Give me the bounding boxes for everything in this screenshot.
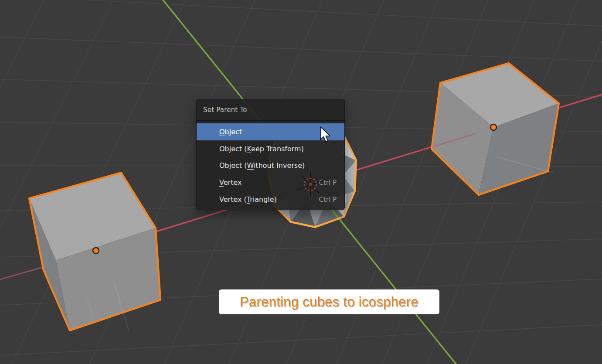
menu-item-label: Object (Without Inverse) — [219, 161, 305, 170]
menu-items: ObjectObject (Keep Transform)Object (Wit… — [197, 121, 344, 210]
caption-text: Parenting cubes to icosphere — [240, 294, 418, 310]
menu-item-label: Vertex (Triangle) — [219, 195, 277, 204]
menu-item-object-without-inverse[interactable]: Object (Without Inverse) — [197, 157, 344, 174]
menu-item-object-keep-transform[interactable]: Object (Keep Transform) — [197, 140, 344, 157]
origin-dot-left-cube — [93, 248, 99, 254]
blender-3d-viewport[interactable]: Set Parent To ObjectObject (Keep Transfo… — [0, 0, 602, 364]
menu-item-vertex-triangle[interactable]: Vertex (Triangle)Ctrl P — [197, 191, 344, 208]
menu-item-object[interactable]: Object — [197, 123, 344, 140]
menu-item-shortcut: Ctrl P — [319, 179, 337, 187]
menu-item-shortcut: Ctrl P — [319, 196, 337, 204]
menu-item-label: Object (Keep Transform) — [219, 145, 304, 153]
menu-item-label: Object — [219, 128, 242, 136]
caption-banner: Parenting cubes to icosphere — [219, 289, 439, 314]
menu-item-vertex[interactable]: VertexCtrl P — [197, 174, 344, 191]
set-parent-menu: Set Parent To ObjectObject (Keep Transfo… — [196, 99, 345, 210]
menu-title: Set Parent To — [197, 99, 344, 121]
origin-dot-right-cube — [490, 124, 497, 130]
menu-item-label: Vertex — [219, 178, 241, 187]
